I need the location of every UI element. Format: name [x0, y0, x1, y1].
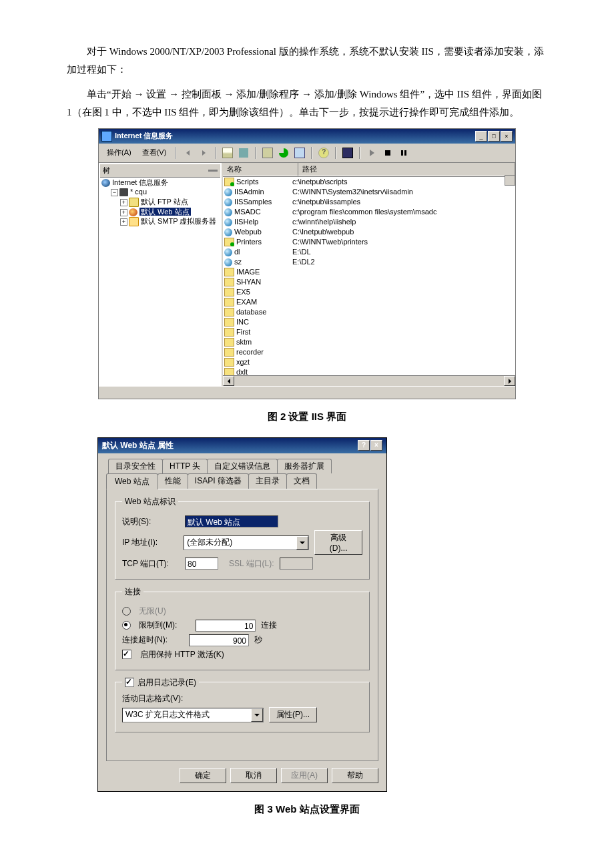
tab-front[interactable]: 性能 — [158, 473, 188, 489]
menu-action[interactable]: 操作(A) — [103, 147, 135, 158]
scroll-up-button[interactable] — [505, 175, 515, 186]
col-path-header[interactable]: 路径 — [298, 163, 515, 176]
limited-suffix: 连接 — [261, 620, 277, 631]
play-button[interactable] — [365, 146, 378, 160]
forward-button[interactable] — [197, 146, 210, 160]
minimize-button[interactable]: _ — [475, 131, 487, 142]
tab-front[interactable]: 主目录 — [248, 473, 287, 489]
pause-button[interactable] — [397, 146, 410, 160]
tree-ftp-site[interactable]: +默认 FTP 站点 — [120, 198, 220, 207]
item-path — [292, 327, 514, 337]
app-icon — [101, 131, 112, 142]
close-button[interactable]: × — [501, 131, 513, 142]
tcp-port-input[interactable]: 80 — [185, 558, 218, 570]
list-item[interactable]: recorder — [223, 347, 515, 357]
list-item[interactable]: database — [223, 307, 515, 317]
list-item[interactable]: First — [223, 327, 515, 337]
refresh-button[interactable] — [277, 146, 290, 160]
list-item[interactable]: EXAM — [223, 297, 515, 307]
tab-back[interactable]: 目录安全性 — [108, 459, 163, 473]
list-item[interactable]: PrintersC:\WINNT\web\printers — [223, 237, 515, 247]
tab-back[interactable]: HTTP 头 — [162, 459, 208, 473]
dialog-title: 默认 Web 站点 属性 — [102, 440, 358, 451]
properties-icon — [262, 148, 273, 158]
monitor-button[interactable] — [341, 146, 354, 160]
list-item[interactable]: xgzt — [223, 357, 515, 367]
properties-button[interactable] — [261, 146, 274, 160]
list-item[interactable]: IISSamplesc:\inetpub\iissamples — [223, 197, 515, 207]
site-identity-legend: Web 站点标识 — [122, 496, 178, 507]
ok-button[interactable]: 确定 — [180, 768, 226, 783]
horizontal-scrollbar[interactable] — [223, 375, 515, 386]
log-properties-button[interactable]: 属性(P)... — [269, 707, 317, 722]
list-item[interactable]: SHYAN — [223, 277, 515, 287]
help-button[interactable]: 帮助 — [332, 768, 378, 783]
list-item[interactable]: IISAdminC:\WINNT\System32\inetsrv\iisadm… — [223, 187, 515, 197]
export-button[interactable] — [293, 146, 306, 160]
item-path — [292, 297, 514, 307]
list-item[interactable]: szE:\DL2 — [223, 257, 515, 267]
tab-back[interactable]: 服务器扩展 — [277, 459, 332, 473]
dialog-titlebar[interactable]: 默认 Web 站点 属性 ? × — [98, 438, 386, 453]
tree-web-site[interactable]: +默认 Web 站点 — [120, 208, 220, 216]
col-name-header[interactable]: 名称 — [223, 163, 298, 176]
item-name: SHYAN — [236, 277, 261, 287]
tab-back[interactable]: 自定义错误信息 — [207, 459, 278, 473]
tab-front[interactable]: ISAPI 筛选器 — [188, 473, 249, 489]
limited-radio[interactable] — [122, 621, 131, 630]
dialog-help-button[interactable]: ? — [358, 440, 370, 451]
item-name: IISSamples — [234, 197, 272, 207]
tree-collapse-icon[interactable] — [208, 170, 218, 172]
item-name: sktm — [236, 337, 252, 347]
limited-input[interactable]: 10 — [196, 620, 256, 632]
item-name: database — [236, 307, 266, 317]
folder-icon — [224, 328, 234, 337]
titlebar[interactable]: Internet 信息服务 _ □ × — [99, 129, 515, 144]
item-name: EXAM — [236, 297, 257, 307]
scroll-right-button[interactable] — [504, 376, 515, 386]
dialog-close-button[interactable]: × — [370, 440, 382, 451]
list-item[interactable]: IMAGE — [223, 267, 515, 277]
cancel-button[interactable]: 取消 — [230, 768, 277, 783]
ip-address-select[interactable]: (全部未分配) — [184, 535, 309, 550]
description-input[interactable]: 默认 Web 站点 — [185, 515, 278, 527]
globe-icon — [224, 208, 232, 216]
apply-button[interactable]: 应用(A) — [281, 768, 328, 783]
menu-view[interactable]: 查看(V) — [138, 147, 171, 158]
tree-smtp-server[interactable]: +默认 SMTP 虚拟服务器 — [120, 217, 220, 226]
advanced-button[interactable]: 高级(D)... — [314, 530, 362, 555]
chevron-down-icon[interactable] — [251, 708, 263, 722]
list-item[interactable]: MSADCc:\program files\common files\syste… — [223, 207, 515, 217]
list-item[interactable]: INC — [223, 317, 515, 327]
timeout-input[interactable]: 900 — [189, 634, 249, 646]
tree-root[interactable]: Internet 信息服务 −* cqu +默认 FTP 站点 +默认 Web … — [101, 178, 220, 226]
item-name: IISAdmin — [234, 187, 264, 197]
folder-icon — [224, 358, 234, 367]
list-pane[interactable]: 名称 路径 Scriptsc:\inetpub\scriptsIISAdminC… — [223, 163, 515, 386]
keepalive-checkbox[interactable] — [122, 650, 131, 659]
item-path — [292, 337, 514, 347]
up-button[interactable] — [221, 146, 234, 160]
help-button[interactable]: ? — [317, 146, 330, 160]
tab-front[interactable]: 文档 — [286, 473, 317, 489]
globe-icon — [224, 188, 232, 196]
tree-server[interactable]: −* cqu +默认 FTP 站点 +默认 Web 站点 +默认 SMTP 虚拟… — [111, 188, 220, 226]
ssl-port-input — [280, 558, 313, 570]
list-item[interactable]: WebpubC:\Inetpub\webpub — [223, 227, 515, 237]
stop-button[interactable] — [381, 146, 394, 160]
item-name: Webpub — [234, 227, 262, 237]
log-format-select[interactable]: W3C 扩充日志文件格式 — [122, 708, 264, 722]
list-item[interactable]: dlE:\DL — [223, 247, 515, 257]
tab-front[interactable]: Web 站点 — [106, 473, 158, 490]
back-button[interactable] — [181, 146, 194, 160]
scroll-left-button[interactable] — [223, 376, 234, 386]
enable-logging-checkbox[interactable] — [125, 678, 134, 687]
list-item[interactable]: Scriptsc:\inetpub\scripts — [223, 177, 515, 187]
list-item[interactable]: IISHelpc:\winnt\help\iishelp — [223, 217, 515, 227]
show-hide-button[interactable] — [237, 146, 250, 160]
tree-pane[interactable]: 树 Internet 信息服务 −* cqu +默认 FTP 站点 +默认 We… — [99, 163, 223, 386]
list-item[interactable]: sktm — [223, 337, 515, 347]
chevron-down-icon[interactable] — [296, 536, 308, 550]
list-item[interactable]: EX5 — [223, 287, 515, 297]
maximize-button[interactable]: □ — [488, 131, 500, 142]
